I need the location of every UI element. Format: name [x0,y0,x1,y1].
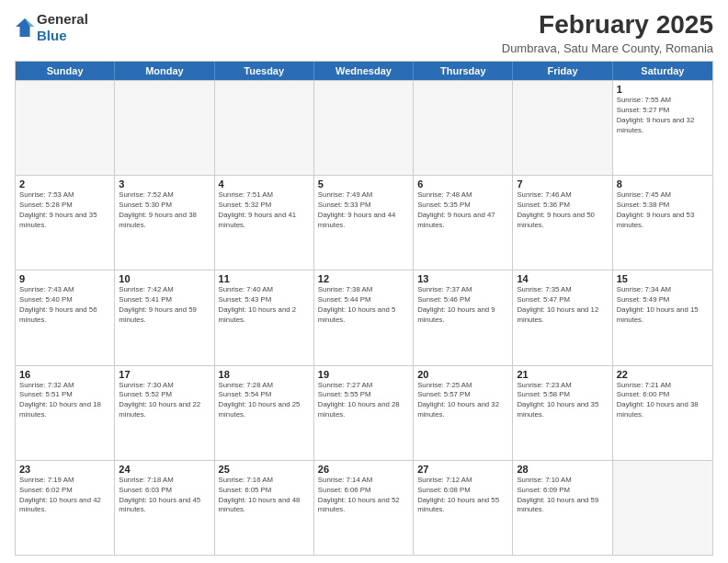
day-info: Sunrise: 7:46 AM Sunset: 5:36 PM Dayligh… [517,190,608,231]
day-info: Sunrise: 7:35 AM Sunset: 5:47 PM Dayligh… [517,285,608,326]
day-info: Sunrise: 7:34 AM Sunset: 5:49 PM Dayligh… [617,285,709,326]
weekday-header: Sunday [16,62,115,80]
logo-icon [15,17,35,38]
day-number: 28 [517,464,608,475]
calendar-week: 16Sunrise: 7:32 AM Sunset: 5:51 PM Dayli… [16,365,712,460]
calendar-cell: 26Sunrise: 7:14 AM Sunset: 6:06 PM Dayli… [314,461,414,555]
day-info: Sunrise: 7:23 AM Sunset: 5:58 PM Dayligh… [517,381,608,421]
calendar-cell: 24Sunrise: 7:18 AM Sunset: 6:03 PM Dayli… [115,461,214,555]
calendar-cell: 20Sunrise: 7:25 AM Sunset: 5:57 PM Dayli… [414,366,513,460]
day-number: 10 [119,273,210,284]
calendar-cell: 9Sunrise: 7:43 AM Sunset: 5:40 PM Daylig… [16,270,115,364]
day-number: 3 [119,178,210,190]
weekday-header: Monday [115,62,214,80]
calendar-cell [314,81,414,175]
calendar-cell: 18Sunrise: 7:28 AM Sunset: 5:54 PM Dayli… [215,366,314,460]
calendar-cell: 1Sunrise: 7:55 AM Sunset: 5:27 PM Daylig… [613,81,712,175]
calendar-cell: 19Sunrise: 7:27 AM Sunset: 5:55 PM Dayli… [314,366,414,460]
day-number: 9 [19,273,110,284]
logo: General Blue [15,11,88,44]
day-info: Sunrise: 7:52 AM Sunset: 5:30 PM Dayligh… [119,190,210,231]
day-number: 25 [219,464,310,475]
title-block: February 2025 Dumbrava, Satu Mare County… [502,11,713,55]
calendar-cell: 16Sunrise: 7:32 AM Sunset: 5:51 PM Dayli… [16,366,115,460]
calendar-body: 1Sunrise: 7:55 AM Sunset: 5:27 PM Daylig… [16,80,712,555]
day-info: Sunrise: 7:49 AM Sunset: 5:33 PM Dayligh… [318,190,409,231]
day-number: 15 [617,273,709,284]
day-number: 13 [417,273,508,284]
day-number: 4 [219,178,310,190]
day-number: 27 [417,464,508,475]
calendar-cell: 12Sunrise: 7:38 AM Sunset: 5:44 PM Dayli… [314,270,414,364]
calendar-cell: 13Sunrise: 7:37 AM Sunset: 5:46 PM Dayli… [414,270,513,364]
day-info: Sunrise: 7:45 AM Sunset: 5:38 PM Dayligh… [617,190,709,231]
calendar: SundayMondayTuesdayWednesdayThursdayFrid… [15,61,713,556]
day-info: Sunrise: 7:55 AM Sunset: 5:27 PM Dayligh… [617,96,709,136]
calendar-cell: 28Sunrise: 7:10 AM Sunset: 6:09 PM Dayli… [513,461,612,555]
day-info: Sunrise: 7:53 AM Sunset: 5:28 PM Dayligh… [19,190,110,231]
day-number: 24 [119,464,210,475]
weekday-header: Thursday [414,62,513,80]
day-info: Sunrise: 7:37 AM Sunset: 5:46 PM Dayligh… [417,285,508,326]
day-number: 1 [617,84,709,95]
day-number: 22 [617,369,709,380]
calendar-cell: 4Sunrise: 7:51 AM Sunset: 5:32 PM Daylig… [215,176,314,270]
calendar-cell: 10Sunrise: 7:42 AM Sunset: 5:41 PM Dayli… [115,270,214,364]
calendar-cell: 3Sunrise: 7:52 AM Sunset: 5:30 PM Daylig… [115,176,214,270]
calendar-cell: 22Sunrise: 7:21 AM Sunset: 6:00 PM Dayli… [613,366,712,460]
day-number: 19 [318,369,409,380]
day-number: 2 [19,178,110,190]
day-info: Sunrise: 7:25 AM Sunset: 5:57 PM Dayligh… [417,381,508,421]
day-info: Sunrise: 7:10 AM Sunset: 6:09 PM Dayligh… [517,476,608,516]
day-number: 8 [617,178,709,190]
day-info: Sunrise: 7:18 AM Sunset: 6:03 PM Dayligh… [119,476,210,516]
calendar-cell: 2Sunrise: 7:53 AM Sunset: 5:28 PM Daylig… [16,176,115,270]
logo-text: General Blue [37,11,88,44]
day-number: 6 [417,178,508,190]
day-number: 23 [19,464,110,475]
day-info: Sunrise: 7:12 AM Sunset: 6:08 PM Dayligh… [417,476,508,516]
day-number: 20 [417,369,508,380]
weekday-header: Friday [513,62,612,80]
calendar-cell: 25Sunrise: 7:16 AM Sunset: 6:05 PM Dayli… [215,461,314,555]
calendar-cell: 23Sunrise: 7:19 AM Sunset: 6:02 PM Dayli… [16,461,115,555]
calendar-cell: 15Sunrise: 7:34 AM Sunset: 5:49 PM Dayli… [613,270,712,364]
day-info: Sunrise: 7:40 AM Sunset: 5:43 PM Dayligh… [219,285,310,326]
calendar-cell [613,461,712,555]
calendar-week: 1Sunrise: 7:55 AM Sunset: 5:27 PM Daylig… [16,80,712,175]
day-info: Sunrise: 7:43 AM Sunset: 5:40 PM Dayligh… [19,285,110,326]
calendar-header: SundayMondayTuesdayWednesdayThursdayFrid… [16,62,712,80]
calendar-week: 9Sunrise: 7:43 AM Sunset: 5:40 PM Daylig… [16,270,712,364]
calendar-cell: 21Sunrise: 7:23 AM Sunset: 5:58 PM Dayli… [513,366,612,460]
day-number: 26 [318,464,409,475]
day-info: Sunrise: 7:19 AM Sunset: 6:02 PM Dayligh… [19,476,110,516]
calendar-week: 23Sunrise: 7:19 AM Sunset: 6:02 PM Dayli… [16,460,712,555]
calendar-cell: 11Sunrise: 7:40 AM Sunset: 5:43 PM Dayli… [215,270,314,364]
day-number: 7 [517,178,608,190]
day-number: 14 [517,273,608,284]
page: General Blue February 2025 Dumbrava, Sat… [0,0,728,563]
day-info: Sunrise: 7:48 AM Sunset: 5:35 PM Dayligh… [417,190,508,231]
calendar-cell: 17Sunrise: 7:30 AM Sunset: 5:52 PM Dayli… [115,366,214,460]
calendar-cell [16,81,115,175]
calendar-cell [115,81,214,175]
day-number: 16 [19,369,110,380]
main-title: February 2025 [502,11,713,40]
day-info: Sunrise: 7:27 AM Sunset: 5:55 PM Dayligh… [318,381,409,421]
calendar-cell: 14Sunrise: 7:35 AM Sunset: 5:47 PM Dayli… [513,270,612,364]
calendar-cell: 8Sunrise: 7:45 AM Sunset: 5:38 PM Daylig… [613,176,712,270]
header: General Blue February 2025 Dumbrava, Sat… [15,11,713,55]
calendar-cell [414,81,513,175]
day-number: 21 [517,369,608,380]
subtitle: Dumbrava, Satu Mare County, Romania [502,41,713,55]
calendar-cell: 7Sunrise: 7:46 AM Sunset: 5:36 PM Daylig… [513,176,612,270]
day-number: 17 [119,369,210,380]
calendar-cell [215,81,314,175]
day-info: Sunrise: 7:38 AM Sunset: 5:44 PM Dayligh… [318,285,409,326]
weekday-header: Saturday [613,62,712,80]
day-info: Sunrise: 7:28 AM Sunset: 5:54 PM Dayligh… [219,381,310,421]
day-number: 11 [219,273,310,284]
day-info: Sunrise: 7:42 AM Sunset: 5:41 PM Dayligh… [119,285,210,326]
day-info: Sunrise: 7:51 AM Sunset: 5:32 PM Dayligh… [219,190,310,231]
day-info: Sunrise: 7:30 AM Sunset: 5:52 PM Dayligh… [119,381,210,421]
